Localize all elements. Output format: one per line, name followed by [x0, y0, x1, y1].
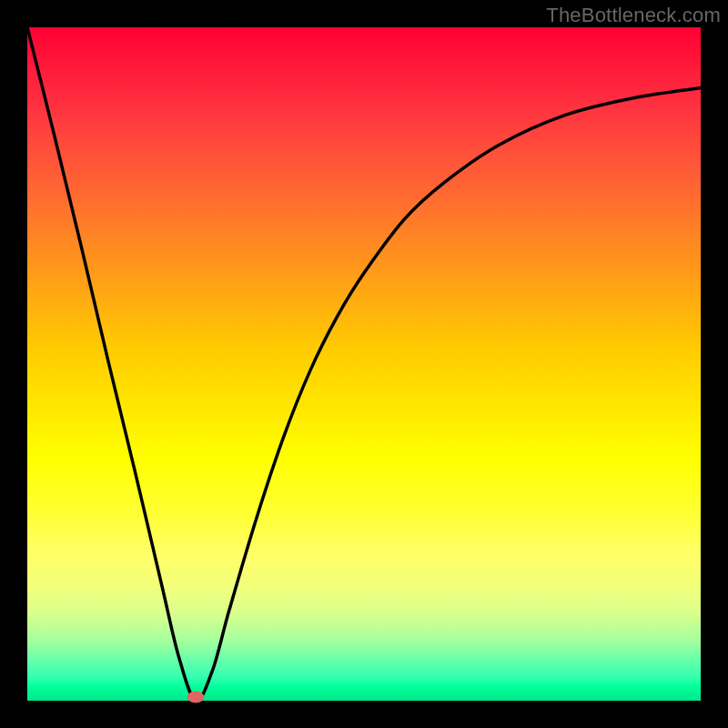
curve-layer — [27, 27, 701, 701]
watermark-text: TheBottleneck.com — [546, 4, 721, 27]
min-marker — [187, 692, 204, 703]
chart-frame: TheBottleneck.com — [0, 0, 728, 728]
bottleneck-curve — [27, 27, 701, 701]
plot-area — [27, 27, 701, 701]
